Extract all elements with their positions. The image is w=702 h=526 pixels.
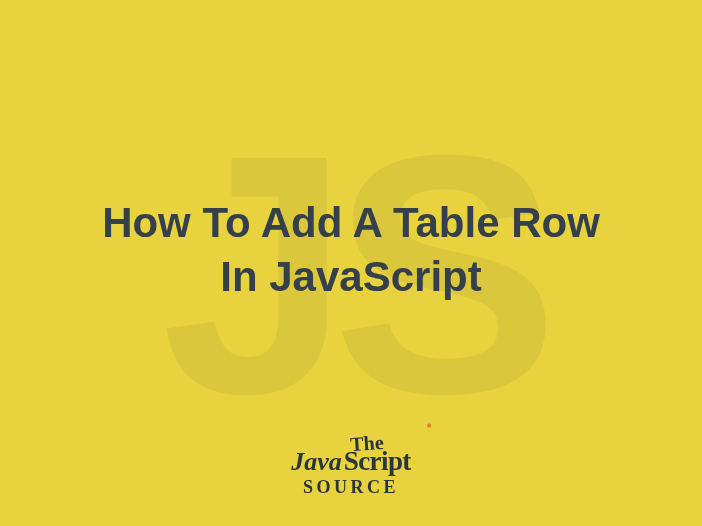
article-title: How To Add A Table Row In JavaScript [91,196,611,304]
featured-image-card: JS How To Add A Table Row In JavaScript … [0,0,702,526]
logo-line-source: Source [303,477,399,497]
site-logo: The Java Script Source [291,432,410,498]
